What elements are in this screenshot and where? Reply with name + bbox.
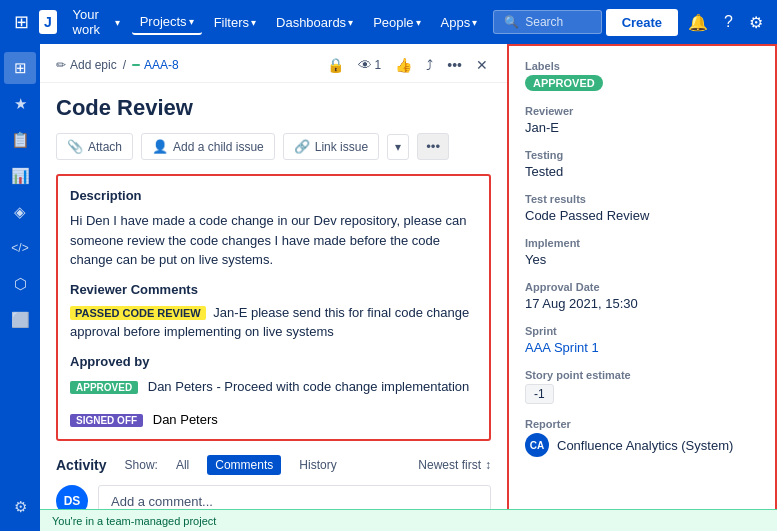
child-icon: 👤 bbox=[152, 139, 168, 154]
header-actions: 🔒 👁 1 👍 ⤴ ••• ✕ bbox=[324, 54, 491, 76]
field-labels: Labels Approved bbox=[525, 60, 759, 91]
lock-icon[interactable]: 🔒 bbox=[324, 54, 347, 76]
show-label: Show: bbox=[125, 458, 158, 472]
field-sprint: Sprint AAA Sprint 1 bbox=[525, 325, 759, 355]
implement-label: Implement bbox=[525, 237, 759, 249]
sidebar-settings-icon[interactable]: ⚙ bbox=[4, 491, 36, 523]
help-icon[interactable]: ? bbox=[718, 7, 739, 37]
watch-icon[interactable]: 👁 1 bbox=[355, 54, 385, 76]
field-test-results: Test results Code Passed Review bbox=[525, 193, 759, 223]
settings-icon[interactable]: ⚙ bbox=[743, 7, 769, 38]
sidebar-chart-icon[interactable]: 📊 bbox=[4, 160, 36, 192]
activity-title: Activity bbox=[56, 457, 107, 473]
sidebar-code-icon[interactable]: </> bbox=[4, 232, 36, 264]
jira-logo[interactable]: J bbox=[39, 10, 57, 34]
passed-code-review-badge: PASSED CODE REVIEW bbox=[70, 306, 206, 320]
sidebar-components-icon[interactable]: ◈ bbox=[4, 196, 36, 228]
reviewer-comments-label: Reviewer Comments bbox=[70, 282, 477, 297]
breadcrumb-issue-key[interactable]: AAA-8 bbox=[132, 58, 179, 72]
main-container: ✏ Add epic / AAA-8 🔒 👁 1 👍 ⤴ ••• ✕ Code bbox=[40, 44, 777, 531]
thumbsup-icon[interactable]: 👍 bbox=[392, 54, 415, 76]
chevron-down-icon: ▾ bbox=[115, 17, 120, 28]
test-results-value: Code Passed Review bbox=[525, 208, 759, 223]
testing-value: Tested bbox=[525, 164, 759, 179]
reviewer-value: Jan-E bbox=[525, 120, 759, 135]
reporter-row: CA Confluence Analytics (System) bbox=[525, 433, 759, 457]
add-child-issue-button[interactable]: 👤 Add a child issue bbox=[141, 133, 275, 160]
chevron-down-icon: ▾ bbox=[189, 16, 194, 27]
sprint-label: Sprint bbox=[525, 325, 759, 337]
link-issue-button[interactable]: 🔗 Link issue bbox=[283, 133, 379, 160]
dropdown-button[interactable]: ▾ bbox=[387, 134, 409, 160]
labels-label: Labels bbox=[525, 60, 759, 72]
reviewer-label: Reviewer bbox=[525, 105, 759, 117]
notifications-icon[interactable]: 🔔 bbox=[682, 7, 714, 38]
nav-people[interactable]: People ▾ bbox=[365, 11, 428, 34]
top-navigation: ⊞ J Your work ▾ Projects ▾ Filters ▾ Das… bbox=[0, 0, 777, 44]
test-results-label: Test results bbox=[525, 193, 759, 205]
reporter-avatar: CA bbox=[525, 433, 549, 457]
issue-header-bar: ✏ Add epic / AAA-8 🔒 👁 1 👍 ⤴ ••• ✕ bbox=[40, 44, 507, 83]
close-icon[interactable]: ✕ bbox=[473, 54, 491, 76]
paperclip-icon: 📎 bbox=[67, 139, 83, 154]
breadcrumb: ✏ Add epic / AAA-8 bbox=[56, 58, 179, 72]
search-icon: 🔍 bbox=[504, 15, 519, 29]
grid-icon[interactable]: ⊞ bbox=[8, 5, 35, 39]
issue-toolbar: 📎 Attach 👤 Add a child issue 🔗 Link issu… bbox=[56, 133, 491, 160]
chevron-down-icon: ▾ bbox=[416, 17, 421, 28]
nav-filters[interactable]: Filters ▾ bbox=[206, 11, 264, 34]
reporter-value: Confluence Analytics (System) bbox=[557, 438, 733, 453]
breadcrumb-edit-label[interactable]: ✏ Add epic bbox=[56, 58, 117, 72]
filter-all-button[interactable]: All bbox=[168, 455, 197, 475]
reporter-label: Reporter bbox=[525, 418, 759, 430]
approved-by-section: Approved by APPROVED Dan Peters - Procee… bbox=[70, 354, 477, 397]
chevron-down-icon: ▾ bbox=[472, 17, 477, 28]
chevron-down-icon: ▾ bbox=[348, 17, 353, 28]
sprint-value[interactable]: AAA Sprint 1 bbox=[525, 340, 759, 355]
create-button[interactable]: Create bbox=[606, 9, 678, 36]
issue-title: Code Review bbox=[56, 95, 491, 121]
nav-apps[interactable]: Apps ▾ bbox=[433, 11, 486, 34]
field-approval-date: Approval Date 17 Aug 2021, 15:30 bbox=[525, 281, 759, 311]
share-icon[interactable]: ⤴ bbox=[423, 54, 436, 76]
field-testing: Testing Tested bbox=[525, 149, 759, 179]
right-panel: Labels Approved Reviewer Jan-E Testing T… bbox=[507, 44, 777, 531]
more-icon[interactable]: ••• bbox=[444, 54, 465, 76]
more-actions-button[interactable]: ••• bbox=[417, 133, 449, 160]
attach-button[interactable]: 📎 Attach bbox=[56, 133, 133, 160]
description-label: Description bbox=[70, 188, 477, 203]
story-points-value: -1 bbox=[525, 384, 554, 404]
nav-projects[interactable]: Projects ▾ bbox=[132, 10, 202, 35]
sidebar-hex-icon[interactable]: ⬡ bbox=[4, 268, 36, 300]
sidebar-board-icon[interactable]: 📋 bbox=[4, 124, 36, 156]
sort-button[interactable]: Newest first ↕ bbox=[418, 458, 491, 472]
activity-header: Activity Show: All Comments History Newe… bbox=[56, 455, 491, 475]
sidebar-box-icon[interactable]: ⬜ bbox=[4, 304, 36, 336]
chevron-down-icon: ▾ bbox=[251, 17, 256, 28]
description-box: Description Hi Den I have made a code ch… bbox=[56, 174, 491, 441]
approval-date-label: Approval Date bbox=[525, 281, 759, 293]
issue-key-badge bbox=[132, 64, 140, 66]
sidebar-home-icon[interactable]: ⊞ bbox=[4, 52, 36, 84]
filter-comments-button[interactable]: Comments bbox=[207, 455, 281, 475]
sidebar-starred-icon[interactable]: ★ bbox=[4, 88, 36, 120]
left-sidebar: ⊞ ★ 📋 📊 ◈ </> ⬡ ⬜ ⚙ bbox=[0, 44, 40, 531]
description-text: Hi Den I have made a code change in our … bbox=[70, 211, 477, 270]
nav-dashboards[interactable]: Dashboards ▾ bbox=[268, 11, 361, 34]
signed-off-section: SIGNED OFF Dan Peters bbox=[70, 412, 477, 427]
search-bar[interactable]: 🔍 Search bbox=[493, 10, 601, 34]
field-reporter: Reporter CA Confluence Analytics (System… bbox=[525, 418, 759, 457]
sort-icon: ↕ bbox=[485, 458, 491, 472]
bottom-notice: You're in a team-managed project bbox=[40, 509, 777, 531]
field-reviewer: Reviewer Jan-E bbox=[525, 105, 759, 135]
signed-off-badge: SIGNED OFF bbox=[70, 414, 143, 427]
nav-your-work[interactable]: Your work ▾ bbox=[65, 3, 128, 41]
edit-icon: ✏ bbox=[56, 58, 66, 72]
approved-by-label: Approved by bbox=[70, 354, 477, 369]
implement-value: Yes bbox=[525, 252, 759, 267]
reviewer-comment-text: PASSED CODE REVIEW Jan-E please send thi… bbox=[70, 303, 477, 342]
issue-content: Code Review 📎 Attach 👤 Add a child issue… bbox=[40, 83, 507, 531]
filter-history-button[interactable]: History bbox=[291, 455, 344, 475]
logo-text: J bbox=[44, 14, 52, 30]
story-points-label: Story point estimate bbox=[525, 369, 759, 381]
